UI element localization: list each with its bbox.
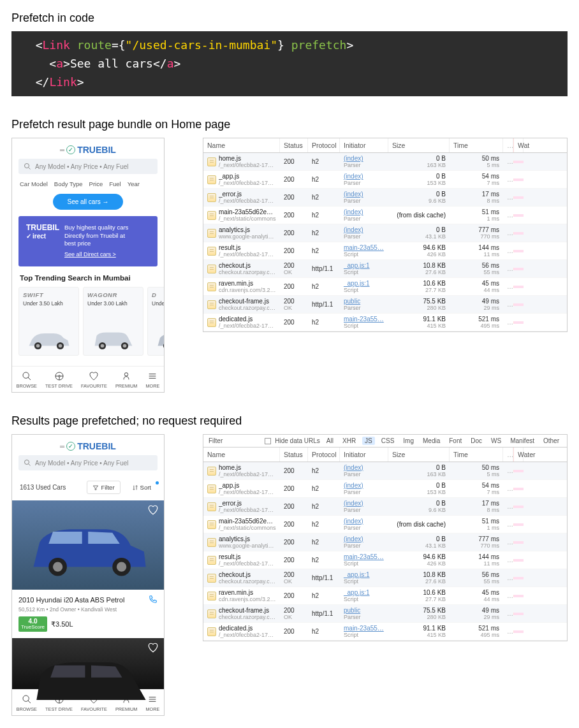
js-file-icon	[207, 627, 216, 636]
net-row[interactable]: home.js/_next/0fecbba2-1716-4… 200 h2 (i…	[203, 462, 567, 480]
filter-button[interactable]: Filter	[87, 481, 120, 494]
filter-manifest[interactable]: Manifest	[508, 437, 537, 445]
trending-row[interactable]: SWIFT Under 3.50 Lakh WAGONR Under 3.00 …	[12, 287, 164, 366]
devtools-filter-bar[interactable]: Filter Hide data URLs All XHR JS CSS Img…	[203, 435, 567, 448]
filter-all[interactable]: All	[324, 437, 336, 445]
col-name-header[interactable]: Name	[203, 448, 280, 462]
filter-js[interactable]: JS	[362, 437, 375, 445]
js-file-icon	[207, 265, 216, 273]
trending-card[interactable]: D Unde	[147, 287, 164, 356]
promo-cta[interactable]: See all Direct cars >	[64, 251, 128, 259]
see-all-cars-button[interactable]: See all cars →	[53, 194, 122, 210]
filter-xhr[interactable]: XHR	[340, 437, 358, 445]
net-row[interactable]: home.js/_next/0fecbba2-1716-4… 200 h2 (i…	[203, 153, 567, 171]
net-row[interactable]: main-23a55d62e85daea…/_next/static/commo…	[203, 516, 567, 534]
filter-font[interactable]: Font	[446, 437, 464, 445]
listing-card[interactable]	[12, 638, 164, 689]
net-row[interactable]: checkout.jscheckout.razorpay.com/v1 200O…	[203, 260, 567, 278]
listing-image	[12, 500, 164, 590]
col-initiator-header[interactable]: Initiator	[340, 138, 388, 152]
search-input[interactable]: Any Model • Any Price • Any Fuel	[18, 455, 158, 470]
svg-point-24	[53, 562, 62, 572]
chip-body[interactable]: Body Type	[54, 180, 83, 187]
tabbar: BROWSE TEST DRIVE FAVOURITE PREMIUM MORE	[12, 366, 164, 392]
svg-line-21	[29, 464, 31, 466]
trending-card[interactable]: WAGONR Under 3.00 Lakh	[83, 287, 143, 356]
trending-title: Top Trending Search in Mumbai	[12, 274, 164, 287]
menu-icon	[147, 694, 158, 704]
trending-name: SWIFT	[23, 291, 75, 298]
net-row[interactable]: checkout-frame.jscheckout.razorpay.com/v…	[203, 605, 567, 623]
trending-car-image	[152, 307, 164, 351]
listing-card[interactable]: 2010 Hyundai i20 Asta ABS Petrol 50,512 …	[12, 500, 164, 638]
svg-point-20	[25, 460, 29, 465]
net-row[interactable]: raven.min.jscdn.ravenjs.com/3.22.1 200 h…	[203, 278, 567, 296]
col-status-header[interactable]: Status	[280, 448, 308, 462]
net-row[interactable]: main-23a55d62e85daea…/_next/static/commo…	[203, 207, 567, 224]
filter-media[interactable]: Media	[420, 437, 443, 445]
net-rows[interactable]: home.js/_next/0fecbba2-1716-4… 200 h2 (i…	[203, 462, 567, 641]
net-row[interactable]: result.js/_next/0fecbba2-1716-4… 200 h2 …	[203, 242, 567, 260]
net-row[interactable]: result.js/_next/0fecbba2-1716-4… 200 h2 …	[203, 551, 567, 569]
hide-data-urls-label: Hide data URLs	[275, 437, 320, 444]
filter-img[interactable]: Img	[400, 437, 416, 445]
phone-button[interactable]	[149, 595, 158, 605]
filter-doc[interactable]: Doc	[468, 437, 485, 445]
net-row[interactable]: dedicated.js/_next/0fecbba2-1716-4… 200 …	[203, 314, 567, 331]
col-ellipsis-header[interactable]: …	[503, 138, 513, 152]
net-row[interactable]: analytics.jswww.google-analytics.c… 200 …	[203, 534, 567, 551]
listing-title: 2010 Hyundai i20 Asta ABS Petrol	[18, 596, 124, 604]
chip-fuel[interactable]: Fuel	[109, 180, 121, 187]
hide-data-urls-checkbox[interactable]	[265, 438, 271, 444]
mobile-results-frame: ═ ✓ TRUEBIL Any Model • Any Price • Any …	[11, 434, 165, 716]
net-row[interactable]: _error.js/_next/0fecbba2-1716-4… 200 h2 …	[203, 498, 567, 516]
tab-more[interactable]: MORE	[146, 371, 160, 389]
heading-prefetch-code: Prefetch in code	[11, 11, 568, 25]
tab-browse[interactable]: BROWSE	[17, 371, 37, 389]
net-row[interactable]: _app.js/_next/0fecbba2-1716-4… 200 h2 (i…	[203, 171, 567, 189]
col-name-header[interactable]: Name	[203, 138, 280, 152]
col-protocol-header[interactable]: Protocol	[308, 138, 340, 152]
search-icon	[24, 459, 31, 467]
tab-premium[interactable]: PREMIUM	[115, 371, 137, 389]
col-ellipsis-header[interactable]: …	[503, 448, 513, 462]
filter-ws[interactable]: WS	[488, 437, 504, 445]
chip-model[interactable]: Car Model	[20, 180, 48, 187]
col-waterfall-header[interactable]: Wat	[513, 138, 524, 152]
net-row[interactable]: checkout.jscheckout.razorpay.com/v1 200O…	[203, 569, 567, 587]
col-size-header[interactable]: Size	[388, 448, 450, 462]
js-file-icon	[207, 318, 216, 327]
filter-other[interactable]: Other	[541, 437, 562, 445]
net-row[interactable]: _error.js/_next/0fecbba2-1716-4… 200 h2 …	[203, 189, 567, 207]
trending-price: Unde	[152, 300, 164, 307]
net-row[interactable]: dedicated.js/_next/0fecbba2-1716-4… 200 …	[203, 623, 567, 641]
chip-price[interactable]: Price	[89, 180, 103, 187]
col-time-header[interactable]: Time	[450, 448, 503, 462]
filter-css[interactable]: CSS	[379, 437, 397, 445]
tab-favourite[interactable]: FAVOURITE	[81, 371, 107, 389]
sort-button[interactable]: Sort	[127, 481, 156, 493]
trending-card[interactable]: SWIFT Under 3.50 Lakh	[18, 287, 79, 356]
col-size-header[interactable]: Size	[388, 138, 450, 152]
net-row[interactable]: _app.js/_next/0fecbba2-1716-4… 200 h2 (i…	[203, 480, 567, 498]
favourite-button[interactable]	[147, 504, 159, 516]
col-waterfall-header[interactable]: Water	[513, 448, 524, 462]
net-rows[interactable]: home.js/_next/0fecbba2-1716-4… 200 h2 (i…	[203, 153, 567, 331]
js-file-icon	[207, 229, 216, 238]
col-protocol-header[interactable]: Protocol	[308, 448, 340, 462]
js-file-icon	[207, 592, 216, 601]
col-time-header[interactable]: Time	[450, 138, 503, 152]
net-header[interactable]: Name Status Protocol Initiator Size Time…	[203, 138, 567, 153]
favourite-button[interactable]	[147, 642, 159, 653]
net-row[interactable]: checkout-frame.jscheckout.razorpay.com/v…	[203, 296, 567, 314]
col-status-header[interactable]: Status	[280, 138, 308, 152]
sort-indicator-dot	[156, 481, 159, 484]
net-row[interactable]: raven.min.jscdn.ravenjs.com/3.22.1 200 h…	[203, 587, 567, 605]
promo-card[interactable]: TRUEBIL ✓irect Buy highest quality cars …	[18, 216, 158, 266]
net-row[interactable]: analytics.jswww.google-analytics.c… 200 …	[203, 224, 567, 242]
col-initiator-header[interactable]: Initiator	[340, 448, 388, 462]
search-input[interactable]: Any Model • Any Price • Any Fuel	[18, 159, 158, 174]
chip-year[interactable]: Year	[128, 180, 140, 187]
tab-testdrive[interactable]: TEST DRIVE	[45, 371, 73, 389]
net-header[interactable]: Name Status Protocol Initiator Size Time…	[203, 448, 567, 462]
